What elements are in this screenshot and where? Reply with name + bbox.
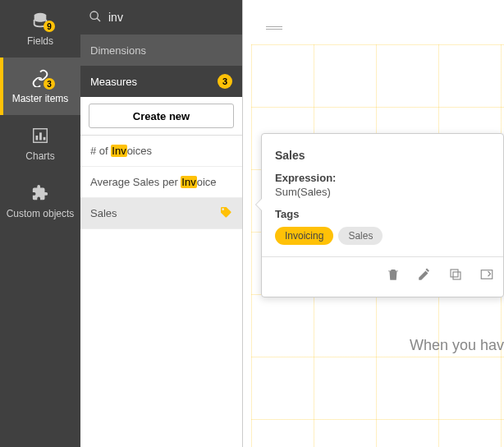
nav-fields-label: Fields	[27, 35, 53, 47]
svg-rect-3	[39, 132, 42, 140]
dimensions-label: Dimensions	[90, 44, 146, 57]
canvas-placeholder-text: When you hav	[410, 337, 504, 354]
svg-rect-2	[36, 136, 39, 141]
expression-label: Expression:	[275, 172, 490, 184]
svg-rect-7	[453, 272, 460, 279]
nav-master-items[interactable]: 3 Master items	[0, 58, 80, 115]
master-items-badge: 3	[44, 78, 55, 90]
tags-row: Invoicing Sales	[275, 227, 490, 245]
dimensions-section[interactable]: Dimensions	[80, 35, 242, 66]
duplicate-button[interactable]	[447, 266, 464, 283]
database-icon: 9	[30, 11, 50, 30]
create-new-button[interactable]: Create new	[89, 104, 234, 128]
nav-master-items-label: Master items	[12, 93, 69, 104]
measure-item-label: # of Invoices	[90, 145, 152, 157]
nav-custom-objects-label: Custom objects	[7, 208, 75, 219]
left-nav: 9 Fields 3 Master items Charts Custom ob…	[0, 0, 80, 447]
delete-button[interactable]	[385, 266, 401, 283]
fields-badge: 9	[44, 21, 55, 32]
expression-value: Sum(Sales)	[275, 186, 490, 198]
drag-handle-icon[interactable]	[266, 26, 282, 30]
measure-item-avg-sales[interactable]: Average Sales per Invoice	[80, 167, 242, 198]
measure-item-label: Sales	[90, 207, 117, 219]
link-icon: 3	[30, 68, 50, 88]
search-icon	[89, 10, 102, 25]
edit-button[interactable]	[416, 266, 433, 283]
measures-label: Measures	[90, 76, 137, 88]
measures-section[interactable]: Measures 3	[80, 66, 242, 97]
measure-item-label: Average Sales per Invoice	[90, 176, 217, 188]
popover-title: Sales	[275, 149, 490, 162]
nav-charts[interactable]: Charts	[0, 115, 80, 173]
svg-rect-4	[44, 137, 46, 141]
svg-rect-8	[451, 270, 458, 277]
measure-item-invoices[interactable]: # of Invoices	[80, 136, 242, 167]
search-input[interactable]	[108, 11, 252, 24]
tag-icon	[219, 205, 232, 221]
search-bar: ✕	[80, 0, 242, 35]
svg-rect-9	[481, 270, 493, 279]
puzzle-icon	[30, 183, 50, 203]
measures-count-badge: 3	[218, 74, 232, 89]
measure-item-sales[interactable]: Sales	[80, 198, 242, 229]
nav-custom-objects[interactable]: Custom objects	[0, 173, 80, 230]
bar-chart-icon	[30, 126, 50, 145]
expand-button[interactable]	[479, 266, 495, 283]
nav-fields[interactable]: 9 Fields	[0, 0, 80, 58]
tags-label: Tags	[275, 208, 490, 220]
tag-invoicing[interactable]: Invoicing	[275, 227, 333, 245]
create-row: Create new	[80, 97, 242, 136]
popover-toolbar	[262, 256, 503, 291]
measure-details-popover: Sales Expression: Sum(Sales) Tags Invoic…	[261, 133, 504, 297]
svg-point-5	[90, 12, 98, 19]
tag-sales[interactable]: Sales	[338, 227, 383, 245]
asset-panel: ✕ Dimensions Measures 3 Create new # of …	[80, 0, 243, 447]
nav-charts-label: Charts	[25, 150, 54, 162]
svg-line-6	[97, 18, 100, 21]
